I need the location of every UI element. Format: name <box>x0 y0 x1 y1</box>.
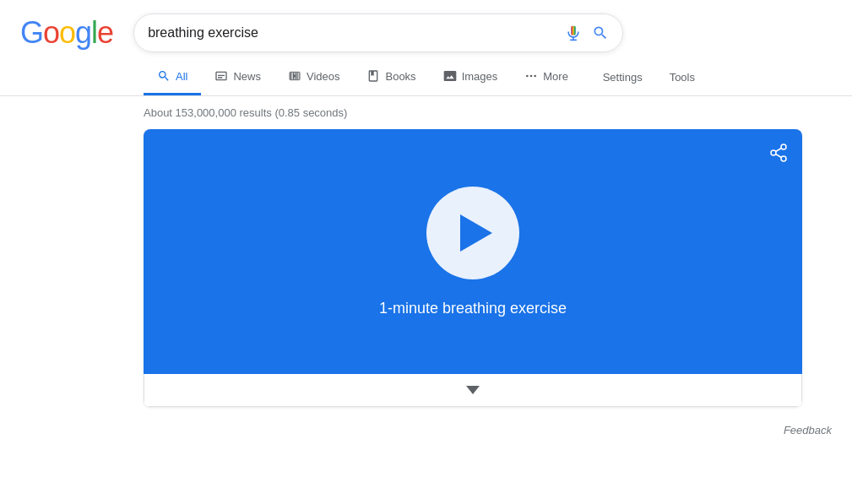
svg-point-11 <box>535 75 537 78</box>
images-tab-icon <box>443 69 457 83</box>
svg-line-16 <box>776 149 782 152</box>
svg-point-10 <box>530 75 533 78</box>
search-icon[interactable] <box>592 24 609 41</box>
tab-videos[interactable]: Videos <box>274 59 354 95</box>
chevron-down-icon <box>466 386 480 394</box>
books-tab-icon <box>366 69 380 83</box>
search-tab-icon <box>157 69 171 83</box>
header: Google <box>0 0 852 52</box>
nav-settings: Settings Tools <box>589 61 708 94</box>
tab-more[interactable]: More <box>511 59 582 95</box>
share-button[interactable] <box>768 143 789 163</box>
play-triangle-icon <box>460 214 492 252</box>
svg-line-15 <box>776 154 782 158</box>
search-icons <box>565 24 609 41</box>
tab-books[interactable]: Books <box>353 59 429 95</box>
svg-rect-5 <box>573 26 574 35</box>
tab-all[interactable]: All <box>144 59 201 95</box>
feedback-link[interactable]: Feedback <box>784 424 832 436</box>
svg-point-14 <box>781 156 786 161</box>
search-input[interactable] <box>148 25 565 41</box>
results-info: About 153,000,000 results (0.85 seconds) <box>0 96 852 129</box>
tools-link[interactable]: Tools <box>663 61 702 94</box>
play-button[interactable] <box>426 187 519 279</box>
svg-rect-6 <box>574 26 576 35</box>
nav-tabs: All News Videos Books Images More <box>0 59 852 96</box>
settings-link[interactable]: Settings <box>596 61 649 94</box>
video-title: 1-minute breathing exercise <box>379 300 567 317</box>
expand-controls[interactable] <box>144 374 802 407</box>
svg-rect-4 <box>572 26 573 35</box>
svg-point-9 <box>526 75 529 78</box>
tab-books-label: Books <box>385 70 415 83</box>
tab-all-label: All <box>176 70 187 83</box>
svg-point-12 <box>781 144 786 149</box>
main-content: 1-minute breathing exercise <box>0 129 852 407</box>
tab-more-label: More <box>543 70 568 83</box>
breathing-card: 1-minute breathing exercise <box>144 129 802 407</box>
feedback-area: Feedback <box>0 414 852 447</box>
svg-point-13 <box>771 150 776 155</box>
share-icon <box>768 143 789 163</box>
tab-images-label: Images <box>462 70 498 83</box>
breathing-video[interactable]: 1-minute breathing exercise <box>144 129 802 374</box>
tab-videos-label: Videos <box>307 70 340 83</box>
news-tab-icon <box>214 69 228 83</box>
tab-images[interactable]: Images <box>430 59 512 95</box>
tab-news[interactable]: News <box>201 59 274 95</box>
mic-icon[interactable] <box>565 24 582 41</box>
search-bar <box>133 14 623 52</box>
videos-tab-icon <box>288 69 301 83</box>
more-tab-icon <box>524 69 538 83</box>
tab-news-label: News <box>233 70 261 83</box>
google-logo: Google <box>20 15 113 51</box>
results-count: About 153,000,000 results (0.85 seconds) <box>144 106 347 119</box>
